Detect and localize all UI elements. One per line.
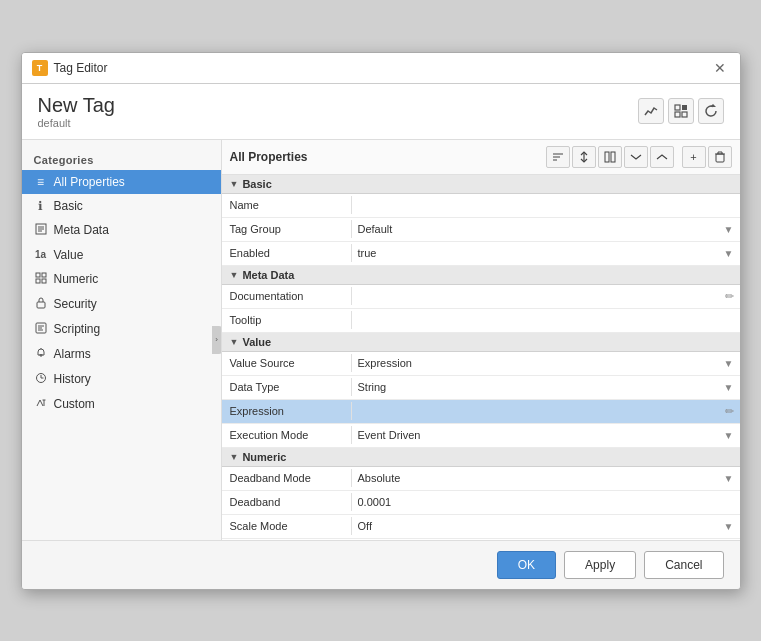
scalemode-text: Off <box>358 520 372 532</box>
prop-documentation-label: Documentation <box>222 287 352 305</box>
section-basic: ▼ Basic <box>222 175 740 194</box>
scripting-icon <box>34 322 48 337</box>
sidebar-item-label: Numeric <box>54 272 99 286</box>
datatype-text: String <box>358 381 387 393</box>
sidebar-item-label: All Properties <box>54 175 125 189</box>
scalemode-dropdown-arrow[interactable]: ▼ <box>724 521 734 532</box>
basic-icon: ℹ <box>34 199 48 213</box>
name-input[interactable]: New Tag <box>358 199 734 211</box>
svg-rect-9 <box>36 273 40 277</box>
section-metadata-triangle: ▼ <box>230 270 239 280</box>
section-basic-label: Basic <box>242 178 271 190</box>
security-icon <box>34 297 48 312</box>
prop-tooltip-value[interactable] <box>352 317 740 323</box>
documentation-edit-icon[interactable]: ✏ <box>725 290 734 303</box>
prop-expression-value[interactable]: ✏ <box>352 402 740 421</box>
sidebar-item-scripting[interactable]: Scripting <box>22 317 221 342</box>
svg-rect-0 <box>675 105 680 110</box>
prop-tooltip-label: Tooltip <box>222 311 352 329</box>
sort-button[interactable] <box>572 146 596 168</box>
apply-button[interactable]: Apply <box>564 551 636 579</box>
prop-name-row: Name New Tag <box>222 194 740 218</box>
prop-deadbandmode-row: Deadband Mode Absolute ▼ <box>222 467 740 491</box>
taggroup-dropdown-arrow[interactable]: ▼ <box>724 224 734 235</box>
sidebar-item-history[interactable]: History <box>22 367 221 392</box>
sidebar-item-all-properties[interactable]: ≡ All Properties <box>22 170 221 194</box>
config-button[interactable] <box>668 98 694 124</box>
add-property-button[interactable]: + <box>682 146 706 168</box>
deadbandmode-dropdown-arrow[interactable]: ▼ <box>724 473 734 484</box>
properties-panel: All Properties <box>222 140 740 540</box>
all-properties-icon: ≡ <box>34 175 48 189</box>
header-left: New Tag default <box>38 94 115 129</box>
columns-button[interactable] <box>598 146 622 168</box>
prop-tooltip-row: Tooltip <box>222 309 740 333</box>
execmode-dropdown-arrow[interactable]: ▼ <box>724 430 734 441</box>
expand-all-button[interactable] <box>624 146 648 168</box>
svg-rect-2 <box>675 112 680 117</box>
collapse-all-button[interactable] <box>650 146 674 168</box>
dialog-icon: T <box>32 60 48 76</box>
prop-deadbandmode-label: Deadband Mode <box>222 469 352 487</box>
prop-scalemode-label: Scale Mode <box>222 517 352 535</box>
close-button[interactable]: ✕ <box>710 59 730 77</box>
delete-property-button[interactable] <box>708 146 732 168</box>
prop-deadbandmode-value[interactable]: Absolute ▼ <box>352 469 740 487</box>
sidebar-item-custom[interactable]: Custom <box>22 392 221 417</box>
sidebar-item-value[interactable]: 1a Value <box>22 243 221 267</box>
prop-taggroup-label: Tag Group <box>222 220 352 238</box>
section-numeric: ▼ Numeric <box>222 448 740 467</box>
taggroup-text: Default <box>358 223 393 235</box>
svg-rect-3 <box>682 112 687 117</box>
prop-enabled-value[interactable]: true ▼ <box>352 244 740 262</box>
sidebar-item-security[interactable]: Security <box>22 292 221 317</box>
ok-button[interactable]: OK <box>497 551 556 579</box>
categories-sidebar: Categories ≡ All Properties ℹ Basic Meta… <box>22 140 222 540</box>
refresh-button[interactable] <box>698 98 724 124</box>
prop-valuesource-value[interactable]: Expression ▼ <box>352 354 740 372</box>
section-numeric-label: Numeric <box>242 451 286 463</box>
prop-execmode-row: Execution Mode Event Driven ▼ <box>222 424 740 448</box>
prop-scalemode-row: Scale Mode Off ▼ <box>222 515 740 539</box>
svg-rect-12 <box>42 279 46 283</box>
svg-rect-1 <box>682 105 687 110</box>
sidebar-item-meta-data[interactable]: Meta Data <box>22 218 221 243</box>
sort-icon <box>578 151 590 163</box>
sidebar-item-alarms[interactable]: Alarms <box>22 342 221 367</box>
svg-line-19 <box>40 356 41 357</box>
sort-alpha-icon <box>552 151 564 163</box>
sidebar-item-numeric[interactable]: Numeric <box>22 267 221 292</box>
prop-expression-label: Expression <box>222 402 352 420</box>
section-basic-triangle: ▼ <box>230 179 239 189</box>
chart-button[interactable] <box>638 98 664 124</box>
config-icon <box>674 104 688 118</box>
prop-datatype-value[interactable]: String ▼ <box>352 378 740 396</box>
prop-taggroup-value[interactable]: Default ▼ <box>352 220 740 238</box>
prop-scalemode-value[interactable]: Off ▼ <box>352 517 740 535</box>
prop-datatype-row: Data Type String ▼ <box>222 376 740 400</box>
alarms-icon <box>34 347 48 362</box>
custom-icon <box>34 397 48 412</box>
section-meta-data: ▼ Meta Data <box>222 266 740 285</box>
tag-group-subtitle: default <box>38 117 115 129</box>
sidebar-item-label: Custom <box>54 397 95 411</box>
sidebar-collapse-handle[interactable]: › <box>212 326 222 354</box>
sidebar-item-label: Scripting <box>54 322 101 336</box>
sidebar-item-basic[interactable]: ℹ Basic <box>22 194 221 218</box>
prop-name-value[interactable]: New Tag <box>352 196 740 214</box>
svg-rect-31 <box>716 154 724 162</box>
meta-data-icon <box>34 223 48 238</box>
categories-label: Categories <box>22 148 221 170</box>
prop-documentation-value[interactable]: ✏ <box>352 287 740 306</box>
header-buttons <box>638 98 724 124</box>
datatype-dropdown-arrow[interactable]: ▼ <box>724 382 734 393</box>
collapse-all-icon <box>656 151 668 163</box>
valuesource-dropdown-arrow[interactable]: ▼ <box>724 358 734 369</box>
expression-edit-icon[interactable]: ✏ <box>725 405 734 418</box>
prop-deadband-value[interactable]: 0.0001 <box>352 493 740 511</box>
prop-execmode-value[interactable]: Event Driven ▼ <box>352 426 740 444</box>
sort-alpha-button[interactable] <box>546 146 570 168</box>
sidebar-item-label: Security <box>54 297 97 311</box>
enabled-dropdown-arrow[interactable]: ▼ <box>724 248 734 259</box>
cancel-button[interactable]: Cancel <box>644 551 723 579</box>
